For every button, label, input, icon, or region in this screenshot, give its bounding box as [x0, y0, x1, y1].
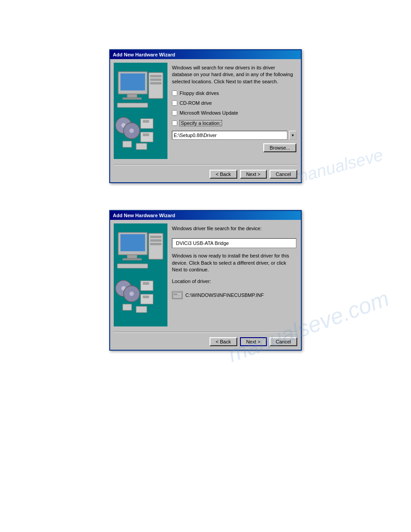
page-container: Add New Hardware Wizard	[0, 0, 411, 351]
svg-point-12	[129, 129, 134, 133]
svg-rect-16	[143, 133, 149, 136]
device-name: DVICi3 USB-ATA Bridge	[176, 240, 229, 246]
dialog-2-ready-text: Windows is now ready to install the best…	[172, 253, 296, 273]
next-button-2[interactable]: Next >	[240, 337, 267, 346]
svg-rect-7	[150, 82, 161, 84]
checkbox-floppy-row: Floppy disk drives	[172, 90, 296, 96]
dialog-1-buttons: < Back Next > Cancel	[110, 167, 301, 182]
dropdown-arrow[interactable]: ▼	[289, 131, 296, 140]
svg-rect-33	[143, 282, 149, 285]
svg-rect-39	[174, 294, 177, 295]
browse-button[interactable]: Browse...	[263, 143, 296, 152]
svg-rect-27	[117, 264, 148, 268]
svg-rect-8	[117, 103, 148, 107]
dialog-2-search-text: Windows driver file search for the devic…	[172, 225, 296, 232]
dialog-2-content: Windows driver file search for the devic…	[171, 223, 297, 326]
dialog-2-titlebar: Add New Hardware Wizard	[110, 211, 301, 220]
cancel-button-1[interactable]: Cancel	[270, 170, 297, 179]
checkbox-floppy-label: Floppy disk drives	[180, 90, 219, 96]
computer-illustration-1	[114, 63, 167, 159]
svg-rect-21	[127, 255, 137, 258]
svg-rect-20	[120, 234, 145, 251]
location-row: C:\WINDOWS\INF\NECUSBMP.INF	[172, 291, 296, 299]
dialog-1-title: Add New Hardware Wizard	[113, 52, 175, 57]
checkbox-windowsupdate-label: Microsoft Windows Update	[180, 110, 238, 116]
checkbox-cdrom-row: CD-ROM drive	[172, 100, 296, 106]
browse-btn-row: Browse...	[172, 143, 296, 152]
device-name-box: DVICi3 USB-ATA Bridge	[172, 238, 296, 248]
dialog-1-divider	[114, 164, 297, 165]
file-icon	[172, 291, 183, 299]
svg-rect-3	[123, 98, 141, 99]
dialog-1-description: Windows will search for new drivers in i…	[172, 64, 296, 85]
back-button-2[interactable]: < Back	[210, 337, 237, 346]
svg-rect-37	[136, 306, 147, 313]
svg-rect-24	[150, 236, 161, 238]
checkbox-cdrom-label: CD-ROM drive	[180, 100, 212, 106]
svg-rect-25	[150, 240, 161, 241]
svg-rect-40	[174, 296, 180, 296]
svg-rect-2	[127, 94, 137, 98]
dialog-2-image	[114, 223, 167, 326]
checkbox-windowsupdate-row: Microsoft Windows Update	[172, 110, 296, 116]
checkbox-specify-label: Specify a location:	[180, 120, 222, 126]
svg-point-31	[129, 292, 134, 296]
svg-rect-1	[120, 73, 145, 90]
svg-rect-38	[173, 292, 182, 298]
dialog-1: Add New Hardware Wizard	[109, 49, 302, 183]
dialog-1-body: Windows will search for new drivers in i…	[110, 59, 301, 163]
svg-rect-26	[150, 243, 161, 245]
checkbox-specify[interactable]	[172, 120, 177, 126]
svg-rect-36	[123, 304, 132, 310]
checkbox-windowsupdate[interactable]	[172, 110, 177, 116]
location-path: C:\WINDOWS\INF\NECUSBMP.INF	[185, 292, 264, 298]
location-input[interactable]	[172, 131, 287, 140]
back-button-1[interactable]: < Back	[210, 170, 237, 179]
svg-rect-5	[150, 75, 161, 77]
location-label: Location of driver:	[172, 278, 296, 285]
dialog-1-titlebar: Add New Hardware Wizard	[110, 50, 301, 59]
dialog-2-buttons: < Back Next > Cancel	[110, 335, 301, 350]
next-button-1[interactable]: Next >	[240, 170, 267, 179]
dialog-2: Add New Hardware Wizard	[109, 210, 302, 351]
svg-rect-18	[136, 143, 147, 150]
checkbox-specify-row: Specify a location:	[172, 120, 296, 126]
computer-illustration-2	[114, 223, 167, 326]
dialog-2-divider	[114, 332, 297, 333]
svg-rect-17	[123, 141, 132, 147]
svg-rect-22	[123, 258, 141, 260]
dialog-1-image	[114, 63, 167, 159]
cancel-button-2[interactable]: Cancel	[270, 337, 297, 346]
location-input-row: ▼	[172, 131, 296, 140]
checkbox-cdrom[interactable]	[172, 100, 177, 106]
dialog-1-content: Windows will search for new drivers in i…	[171, 63, 297, 159]
dialog-2-title: Add New Hardware Wizard	[113, 213, 175, 218]
svg-rect-35	[143, 296, 149, 298]
dialog-2-body: Windows driver file search for the devic…	[110, 220, 301, 330]
svg-rect-14	[143, 120, 149, 123]
svg-rect-6	[150, 79, 161, 81]
checkbox-floppy[interactable]	[172, 90, 177, 96]
